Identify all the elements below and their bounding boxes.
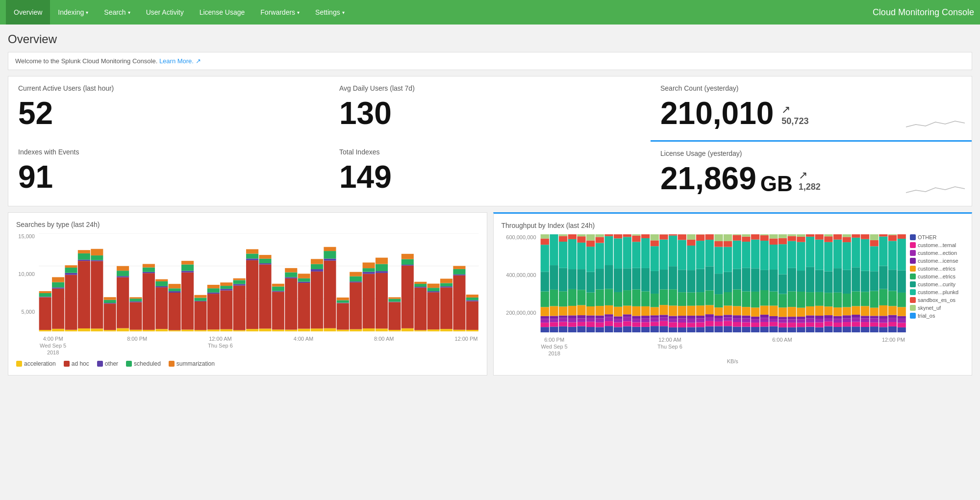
svg-rect-125: [350, 281, 362, 282]
svg-rect-500: [805, 292, 814, 306]
svg-rect-459: [769, 238, 778, 244]
searches-x-label: 4:00 PMWed Sep 52018: [40, 335, 66, 356]
svg-rect-205: [558, 242, 567, 268]
svg-rect-190: [550, 316, 558, 319]
searches-legend-item: summarization: [169, 360, 215, 367]
svg-rect-216: [568, 239, 576, 269]
svg-rect-554: [852, 306, 860, 315]
svg-rect-90: [259, 263, 271, 264]
svg-rect-105: [298, 281, 310, 282]
svg-rect-503: [805, 234, 814, 237]
svg-rect-64: [194, 301, 206, 330]
sparkline-license-usage: [906, 183, 965, 198]
svg-rect-326: [659, 239, 668, 269]
svg-rect-509: [815, 316, 823, 319]
svg-rect-431: [751, 319, 759, 323]
card-title-indexes-with-events: Indexes with Events: [18, 148, 320, 156]
svg-rect-99: [285, 278, 297, 330]
svg-rect-58: [181, 329, 194, 331]
svg-rect-117: [324, 247, 336, 251]
svg-rect-85: [246, 258, 258, 260]
svg-rect-482: [787, 234, 796, 236]
nav-item-user-activity[interactable]: User Activity: [138, 0, 192, 25]
svg-rect-176: [540, 327, 549, 332]
svg-rect-607: [897, 319, 905, 323]
throughput-legend-item: custome...curity: [910, 281, 964, 287]
svg-rect-30: [104, 303, 116, 303]
svg-rect-137: [376, 257, 388, 264]
svg-rect-48: [155, 329, 168, 331]
svg-rect-394: [714, 234, 723, 241]
stat-card-current-active-users: Current Active Users (last hour) 52: [8, 76, 329, 140]
svg-rect-304: [641, 238, 649, 268]
svg-rect-353: [687, 323, 695, 327]
svg-rect-110: [311, 269, 323, 272]
svg-rect-528: [833, 327, 841, 332]
svg-rect-348: [678, 240, 686, 270]
svg-rect-581: [870, 234, 878, 240]
svg-rect-244: [595, 318, 603, 322]
svg-rect-574: [870, 318, 878, 322]
svg-rect-84: [246, 260, 258, 329]
welcome-bar: Welcome to the Splunk Cloud Monitoring C…: [8, 52, 972, 70]
legend-label: custome...icense: [918, 258, 958, 264]
y-label-10000: 10,000: [16, 271, 35, 277]
nav-item-search[interactable]: Search ▾: [96, 0, 138, 25]
svg-rect-361: [687, 234, 695, 240]
nav-item-overview[interactable]: Overview: [6, 0, 50, 25]
svg-rect-572: [870, 326, 878, 332]
svg-rect-365: [696, 318, 704, 322]
svg-rect-319: [659, 326, 668, 332]
svg-rect-135: [376, 271, 388, 273]
svg-rect-161: [440, 283, 452, 286]
svg-rect-10: [52, 287, 64, 288]
svg-rect-399: [723, 315, 731, 317]
nav-item-settings[interactable]: Settings ▾: [307, 0, 352, 25]
svg-rect-312: [650, 307, 658, 315]
svg-rect-23: [91, 328, 103, 331]
svg-rect-561: [860, 327, 869, 332]
svg-rect-354: [687, 319, 695, 323]
svg-rect-80: [233, 284, 246, 285]
learn-more-link[interactable]: Learn More. ↗: [159, 57, 201, 65]
legend-color: [910, 289, 916, 295]
svg-rect-410: [732, 315, 741, 318]
svg-rect-529: [833, 323, 841, 327]
svg-rect-132: [363, 262, 375, 268]
legend-color: [910, 305, 916, 311]
nav-item-license-usage[interactable]: License Usage: [192, 0, 253, 25]
app-title: Cloud Monitoring Console: [873, 7, 974, 18]
svg-rect-346: [678, 292, 686, 306]
svg-rect-563: [860, 318, 869, 322]
svg-rect-162: [440, 278, 452, 283]
svg-rect-310: [650, 318, 658, 322]
card-sub-license-usage: 1,282: [799, 182, 821, 192]
svg-rect-171: [466, 298, 478, 300]
svg-rect-188: [550, 322, 558, 326]
svg-rect-129: [363, 274, 375, 328]
svg-rect-321: [659, 317, 668, 321]
nav-item-indexing[interactable]: Indexing ▾: [50, 0, 96, 25]
svg-rect-514: [815, 234, 823, 240]
svg-rect-231: [586, 327, 594, 332]
svg-rect-542: [842, 315, 851, 318]
svg-rect-532: [833, 307, 841, 316]
nav-item-forwarders[interactable]: Forwarders ▾: [252, 0, 307, 25]
svg-rect-33: [117, 328, 129, 331]
svg-rect-387: [714, 318, 723, 322]
svg-rect-146: [402, 259, 414, 264]
svg-rect-57: [169, 284, 181, 288]
legend-label: skynet_uf: [918, 305, 941, 311]
svg-rect-413: [732, 269, 741, 290]
svg-rect-531: [833, 316, 841, 319]
svg-rect-298: [641, 322, 649, 327]
svg-rect-240: [586, 234, 594, 241]
svg-rect-97: [272, 284, 284, 287]
svg-rect-147: [402, 254, 414, 259]
svg-rect-115: [324, 258, 336, 260]
legend-label: custome...ternal: [918, 242, 956, 248]
svg-rect-454: [769, 316, 778, 319]
svg-rect-535: [833, 240, 841, 268]
card-title-license-usage: License Usage (yesterday): [660, 150, 962, 157]
svg-rect-481: [787, 236, 796, 241]
